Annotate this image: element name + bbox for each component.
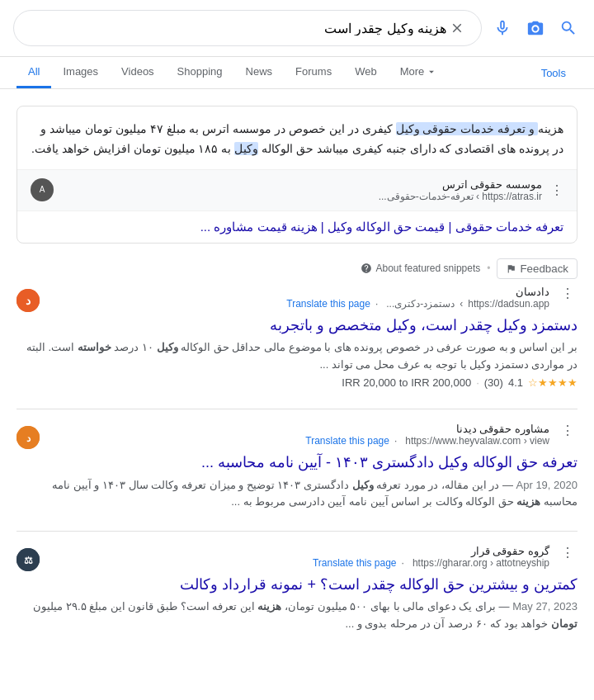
result-url-suffix: دستمزد-دکتری... [386, 298, 455, 310]
result-item: د مشاوره حقوقی دیدنا https://www.heyvala… [16, 423, 578, 511]
result-meta: دادسان https://dadsun.app › دستمزد-دکتری… [48, 286, 549, 310]
result-more-button[interactable]: ⋮ [558, 286, 578, 301]
divider [16, 531, 578, 532]
rating-stars: ★★★★☆ [528, 376, 578, 389]
snippet-text-part1: هزینه [538, 122, 563, 135]
snippet-source-more-button[interactable]: ⋮ [550, 182, 563, 198]
close-icon [450, 21, 464, 35]
desc-highlight: وکیل [352, 479, 374, 491]
translate-link[interactable]: Translate this page [286, 298, 370, 310]
tab-news[interactable]: News [234, 57, 285, 88]
desc-text: — برای یک دعوای مالی با بهای ۵۰۰ میلیون … [281, 600, 509, 612]
result-item: ⚖ گروه حقوقی قرار https://gharar.org › a… [16, 545, 578, 633]
result-title-link[interactable]: دستمزد وکیل چقدر است، وکیل متخصص و باتجر… [16, 315, 578, 336]
result-favicon: ⚖ [16, 548, 40, 571]
desc-text3: خواهد بود که ۶۰ درصد آن در مرحله بدوی و … [345, 617, 551, 630]
result-favicon: د [16, 426, 40, 449]
result-header: د مشاوره حقوقی دیدنا https://www.heyvala… [16, 423, 578, 449]
svg-text:A: A [40, 185, 45, 194]
tab-all[interactable]: All [16, 57, 51, 88]
snippet-source-name: موسسه حقوقی اترس [62, 178, 542, 191]
result-title-link[interactable]: کمترین و بیشترین حق الوکاله چقدر است؟ + … [16, 575, 578, 595]
desc-highlight2: خواسته [78, 341, 111, 353]
result-url: https://www.heyvalaw.com › view [405, 435, 549, 447]
desc-highlight2: تومان [551, 617, 578, 630]
snippet-title-link[interactable]: تعرفه خدمات حقوقی | قیمت حق الوکاله وکیل… [200, 220, 563, 234]
result-title-link[interactable]: تعرفه حق الوکاله وکیل دادگستری ۱۴۰۳ - آی… [16, 452, 578, 473]
snippet-source-url: https://atras.ir › تعرفه-خدمات-حقوقی... [62, 191, 542, 202]
snippet-source: A موسسه حقوقی اترس https://atras.ir › تع… [17, 169, 577, 210]
snippet-link: تعرفه خدمات حقوقی | قیمت حق الوکاله وکیل… [17, 210, 577, 243]
result-description: Apr 19, 2020 — در این مقاله، در مورد تعر… [16, 477, 578, 512]
separator-dot: • [487, 262, 490, 274]
snippet-highlight-2: وکیل [234, 142, 258, 155]
search-icon [559, 19, 578, 37]
result-meta: گروه حقوقی قرار https://gharar.org › att… [48, 545, 549, 569]
tab-images[interactable]: Images [51, 57, 110, 88]
result-rating: ★★★★☆ 4.1 (30) · IRR 20,000 to IRR 200,0… [16, 376, 578, 389]
microphone-icon [493, 19, 512, 37]
tab-more[interactable]: More [389, 57, 450, 88]
search-input[interactable] [27, 21, 446, 35]
tools-button[interactable]: Tools [530, 59, 578, 88]
feedback-button[interactable]: Feedback [497, 258, 578, 279]
svg-text:د: د [26, 294, 31, 307]
result-meta: مشاوره حقوقی دیدنا https://www.heyvalaw.… [48, 423, 549, 447]
rating-sep: · [476, 376, 479, 389]
translate-link[interactable]: Translate this page [305, 435, 389, 447]
snippet-highlight-1: و تعرفه خدمات حقوقی وکیل [396, 122, 538, 135]
tab-videos[interactable]: Videos [110, 57, 166, 88]
result-date: May 27, 2023 [512, 600, 578, 612]
desc-highlight: هزینه [257, 600, 281, 612]
more-label: More [400, 65, 425, 78]
result-description: May 27, 2023 — برای یک دعوای مالی با بها… [16, 598, 578, 633]
lens-button[interactable] [523, 16, 548, 40]
about-snippets-label: About featured snippets [375, 262, 480, 274]
tab-forums[interactable]: Forums [284, 57, 343, 88]
result-site-name: مشاوره حقوقی دیدنا [48, 423, 549, 435]
desc-text: بر این اساس و به صورت عرفی در خصوص پروند… [178, 341, 578, 353]
result-date: Apr 19, 2020 [516, 479, 578, 491]
result-url-row: https://gharar.org › attotneyship · Tran… [48, 557, 549, 569]
search-input-wrapper [13, 10, 482, 46]
result-header: ⚖ گروه حقوقی قرار https://gharar.org › a… [16, 545, 578, 571]
url-separator: › [460, 298, 463, 310]
result-url-row: https://www.heyvalaw.com › view · Transl… [48, 435, 549, 447]
result-more-button[interactable]: ⋮ [558, 545, 578, 560]
result-more-button[interactable]: ⋮ [558, 423, 578, 438]
result-description: بر این اساس و به صورت عرفی در خصوص پروند… [16, 339, 578, 374]
desc-text2: ۱۰ درصد [111, 341, 157, 353]
dot-sep: · [402, 557, 404, 569]
divider [16, 409, 578, 409]
desc-text: — در این مقاله، در مورد تعرفه [374, 479, 513, 491]
feedback-label: Feedback [520, 262, 568, 275]
result-header: د دادسان https://dadsun.app › دستمزد-دکت… [16, 286, 578, 312]
snippet-text-part3: به ۱۸۵ میلیون تومان افزایش خواهد یافت. [31, 142, 234, 155]
result-item: د دادسان https://dadsun.app › دستمزد-دکت… [16, 286, 578, 390]
translate-link[interactable]: Translate this page [313, 557, 397, 569]
result-url: https://dadsun.app [468, 298, 549, 310]
desc-text3: حق الوکاله وکالت بر اساس آیین نامه آیین … [231, 495, 516, 508]
clear-button[interactable] [446, 17, 468, 39]
about-snippets-button[interactable]: About featured snippets [361, 262, 480, 274]
snippet-text: هزینه و تعرفه خدمات حقوقی وکیل کیفری در … [17, 106, 577, 169]
tab-web[interactable]: Web [343, 57, 389, 88]
search-button[interactable] [556, 16, 581, 40]
rating-price: IRR 20,000 to IRR 200,000 [342, 376, 471, 389]
result-site-name: گروه حقوقی قرار [48, 545, 549, 557]
dot-sep: · [375, 298, 378, 310]
dot-sep: · [394, 435, 397, 447]
snippet-source-info: موسسه حقوقی اترس https://atras.ir › تعرف… [62, 178, 542, 202]
tab-shopping[interactable]: Shopping [166, 57, 234, 88]
chevron-down-icon [426, 66, 437, 78]
result-url: https://gharar.org › attotneyship [412, 557, 549, 569]
result-url-row: https://dadsun.app › دستمزد-دکتری... · T… [48, 298, 549, 310]
desc-text2: این تعرفه است؟ طبق قانون این مبلغ ۲۹.۵ م… [33, 600, 257, 612]
desc-highlight2: هزینه [516, 495, 540, 508]
voice-search-button[interactable] [490, 16, 515, 40]
question-icon [361, 262, 372, 274]
search-bar [0, 0, 594, 57]
about-snippets-bar: About featured snippets • Feedback [0, 252, 594, 286]
camera-icon [526, 19, 544, 37]
result-favicon: د [16, 289, 40, 312]
